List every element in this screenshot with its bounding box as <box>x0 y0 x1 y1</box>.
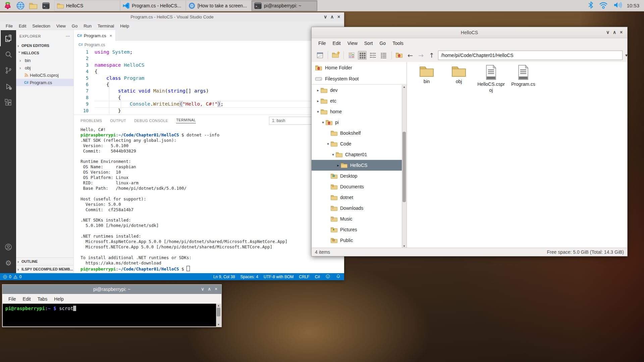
tree-expanded-icon[interactable]: ▾ <box>326 142 330 146</box>
panel-tab-problems[interactable]: PROBLEMS <box>80 119 102 123</box>
vscode-menu-run[interactable]: Run <box>80 22 95 29</box>
tree-collapsed-icon[interactable]: ▸ <box>316 99 320 103</box>
scrollbar-thumb[interactable] <box>217 308 220 316</box>
forward-button[interactable]: → <box>417 51 425 60</box>
activity-source-control-icon[interactable] <box>0 62 16 78</box>
tree-item-hellocs[interactable]: ▸HelloCS <box>312 160 402 171</box>
vscode-menu-edit[interactable]: Edit <box>16 22 29 29</box>
tray-wifi[interactable] <box>599 1 608 10</box>
terminal-scrollbar[interactable]: ▲ ▼ <box>216 304 221 326</box>
taskbar-window-2[interactable]: Program.cs - HelloCS... <box>120 0 186 11</box>
feedback-icon[interactable] <box>325 274 330 280</box>
tree-item-downloads[interactable]: ↓Downloads <box>312 203 402 214</box>
status-spaces[interactable]: Spaces: 4 <box>240 275 258 279</box>
tree-item-dotnet[interactable]: dotnet <box>312 192 402 203</box>
status-ln[interactable]: Ln 9, Col 38 <box>213 275 235 279</box>
status-utf8[interactable]: UTF-8 with BOM <box>264 275 293 279</box>
tree-item-pictures[interactable]: ▲Pictures <box>312 224 402 235</box>
file-item-hellocs-csproj[interactable]: HelloCS.csproj <box>476 65 506 93</box>
launcher-web-browser[interactable] <box>15 1 25 10</box>
tray-bluetooth[interactable] <box>588 1 594 10</box>
explorer-item-bin[interactable]: ›bin <box>16 57 73 64</box>
vscode-menu-selection[interactable]: Selection <box>29 22 53 29</box>
terminal-menu-tabs[interactable]: Tabs <box>34 295 51 303</box>
file-manager-maximize-button[interactable]: ∧ <box>611 29 618 35</box>
back-button[interactable]: ← <box>406 51 415 60</box>
place-filesystem-root[interactable]: Filesystem Root <box>312 73 407 84</box>
close-tab-icon[interactable]: × <box>110 33 112 38</box>
sidebar-section-ilspy[interactable]: ›ILSPY DECOMPILED MEMB... <box>16 265 73 273</box>
path-input[interactable] <box>438 51 623 60</box>
fm-menu-file[interactable]: File <box>315 39 329 47</box>
fm-menu-view[interactable]: View <box>344 39 361 47</box>
scroll-down-icon[interactable]: ▼ <box>402 245 406 248</box>
terminal-close-button[interactable]: × <box>213 286 219 292</box>
panel-tab-terminal[interactable]: TERMINAL <box>176 118 196 123</box>
tab-program-cs[interactable]: C# Program.cs × <box>74 30 116 41</box>
activity-run-debug-icon[interactable] <box>0 78 16 95</box>
breadcrumb[interactable]: C# Program.cs <box>74 41 344 49</box>
vscode-menu-terminal[interactable]: Terminal <box>95 22 117 29</box>
tree-collapsed-icon[interactable]: ▸ <box>316 88 320 93</box>
vscode-menu-file[interactable]: File <box>3 22 16 29</box>
terminal-menu-help[interactable]: Help <box>51 295 67 303</box>
detail-view-button[interactable] <box>379 51 388 60</box>
problems-status[interactable]: 00 <box>0 275 21 279</box>
panel-tab-debug-console[interactable]: DEBUG CONSOLE <box>134 119 168 123</box>
tree-collapsed-icon[interactable]: ▸ <box>336 163 340 168</box>
tree-item-home[interactable]: ▾home <box>312 106 402 117</box>
tree-item-bookshelf[interactable]: Bookshelf <box>312 128 402 138</box>
explorer-section-hellocs[interactable]: ›HELLOCS <box>16 49 73 57</box>
launcher-file-manager[interactable] <box>28 1 38 10</box>
explorer-item-obj[interactable]: ›obj <box>16 64 73 71</box>
tree-item-pi[interactable]: ▾pi <box>312 117 402 128</box>
tree-item-dev[interactable]: ▸dev <box>312 85 402 96</box>
activity-explorer-icon[interactable] <box>0 30 16 46</box>
integrated-terminal[interactable]: Hello, C#!pi@raspberrypi:~/Code/Chapter0… <box>74 126 344 272</box>
sidebar-section-outline[interactable]: ›OUTLINE <box>16 257 73 265</box>
tree-item-documents[interactable]: ≡Documents <box>312 181 402 192</box>
icon-view-button[interactable] <box>358 51 367 60</box>
vscode-menu-go[interactable]: Go <box>69 22 80 29</box>
tree-item-etc[interactable]: ▸etc <box>312 96 402 106</box>
launcher-terminal[interactable]: >_ <box>41 1 51 10</box>
terminal-maximize-button[interactable]: ∧ <box>206 286 213 292</box>
up-button[interactable]: ↑ <box>427 51 436 60</box>
terminal-minimize-button[interactable]: ∨ <box>199 286 206 292</box>
explorer-item-hellocs.csproj[interactable]: HelloCS.csproj <box>16 71 73 79</box>
tree-item-chapter01[interactable]: ▾Chapter01 <box>312 149 402 160</box>
file-manager-titlebar[interactable]: HelloCS ∨∧× <box>312 27 627 38</box>
path-dropdown-icon[interactable]: ▼ <box>625 53 628 57</box>
vscode-menu-view[interactable]: View <box>53 22 69 29</box>
more-actions-icon[interactable]: ··· <box>66 34 70 38</box>
file-item-obj[interactable]: obj <box>443 65 474 93</box>
scroll-up-icon[interactable]: ▲ <box>402 85 406 88</box>
panel-tab-output[interactable]: OUTPUT <box>110 119 126 123</box>
fm-menu-go[interactable]: Go <box>376 39 389 47</box>
terminal-menu-edit[interactable]: Edit <box>19 295 34 303</box>
vscode-close-button[interactable]: × <box>335 14 342 19</box>
home-button[interactable] <box>395 51 404 60</box>
scrollbar-thumb[interactable] <box>402 132 406 202</box>
activity-settings-icon[interactable]: ⚙ <box>0 255 16 271</box>
place-home-folder[interactable]: Home Folder <box>312 62 407 73</box>
tree-expanded-icon[interactable]: ▾ <box>316 110 320 114</box>
activity-account-icon[interactable] <box>0 239 16 255</box>
terminal-screen[interactable]: pi@raspberrypi:~ $ scrot ▲ ▼ <box>3 304 221 326</box>
status-c[interactable]: C# <box>315 275 320 279</box>
notifications-bell-icon[interactable] <box>336 274 341 280</box>
tree-item-desktop[interactable]: ▦Desktop <box>312 171 402 181</box>
file-item-bin[interactable]: bin <box>411 65 442 93</box>
taskbar-window-4[interactable]: >_pi@raspberrypi: ~ <box>252 0 317 11</box>
activity-extensions-icon[interactable] <box>0 95 16 111</box>
vscode-menu-help[interactable]: Help <box>117 22 132 29</box>
scroll-down-icon[interactable]: ▼ <box>216 323 221 326</box>
status-crlf[interactable]: CRLF <box>299 275 309 279</box>
tree-expanded-icon[interactable]: ▾ <box>321 120 325 125</box>
fm-menu-sort[interactable]: Sort <box>361 39 376 47</box>
file-manager-main-pane[interactable]: binobjHelloCS.csprojProgram.cs <box>407 62 627 248</box>
launcher-raspberry-menu[interactable] <box>3 1 13 10</box>
vscode-titlebar[interactable]: Program.cs - HelloCS - Visual Studio Cod… <box>0 12 344 21</box>
fm-menu-tools[interactable]: Tools <box>389 39 407 47</box>
thumbnail-view-button[interactable] <box>347 51 356 60</box>
